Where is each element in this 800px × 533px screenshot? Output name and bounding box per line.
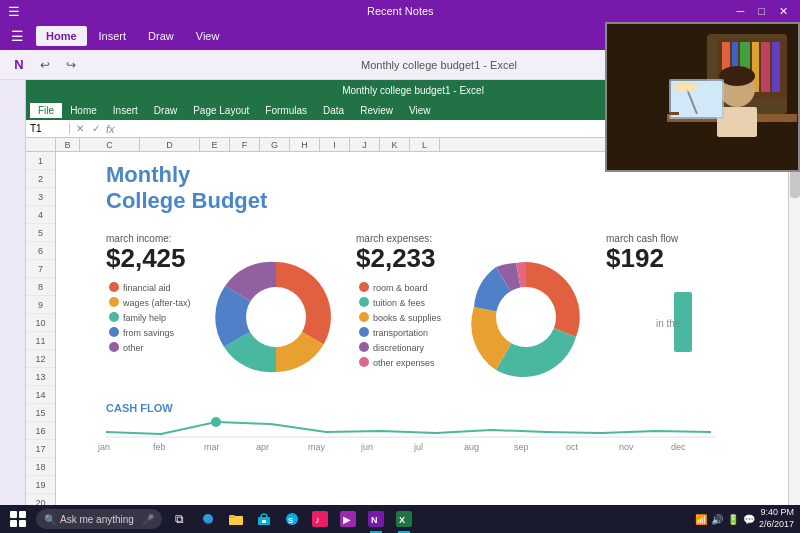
svg-text:jun: jun <box>360 442 373 452</box>
vertical-scroll-thumb[interactable] <box>790 168 800 198</box>
svg-text:S: S <box>288 516 294 525</box>
svg-text:nov: nov <box>619 442 634 452</box>
onenote-sidebar <box>0 80 26 505</box>
sheet-content[interactable]: Monthly College Budget march income: $2,… <box>56 152 788 505</box>
row-numbers: 1 2 3 4 5 6 7 8 9 10 11 12 13 14 15 16 1 <box>26 152 56 505</box>
network-icon: 📶 <box>695 514 707 525</box>
row-10: 10 <box>26 314 55 332</box>
maximize-btn[interactable]: □ <box>754 5 769 18</box>
svg-point-21 <box>359 312 369 322</box>
col-header-j: J <box>350 138 380 151</box>
svg-point-27 <box>359 357 369 367</box>
taskbar-explorer[interactable] <box>222 505 250 533</box>
budget-svg: Monthly College Budget march income: $2,… <box>56 152 756 505</box>
music-icon: ♪ <box>312 511 328 527</box>
excel-tab-insert[interactable]: Insert <box>105 103 146 118</box>
svg-point-60 <box>719 66 755 86</box>
svg-text:College Budget: College Budget <box>106 188 268 213</box>
onenote-tab-insert[interactable]: Insert <box>89 26 137 46</box>
photo-panel <box>605 22 800 172</box>
col-header-k: K <box>380 138 410 151</box>
edge-icon <box>200 511 216 527</box>
taskbar-skype[interactable]: S <box>278 505 306 533</box>
taskbar-cortana[interactable]: ⧉ <box>166 505 194 533</box>
onenote-titlebar: ☰ Recent Notes ─ □ ✕ <box>0 0 800 22</box>
onenote-logo-btn[interactable]: N <box>8 54 30 76</box>
svg-point-12 <box>109 342 119 352</box>
taskbar-search-icon: 🔍 <box>44 514 56 525</box>
col-header-c: C <box>80 138 140 151</box>
svg-rect-57 <box>772 42 780 92</box>
cell-reference[interactable]: T1 <box>30 123 70 134</box>
excel-tab-view[interactable]: View <box>401 103 439 118</box>
notification-icon[interactable]: 💬 <box>743 514 755 525</box>
svg-text:other expenses: other expenses <box>373 358 435 368</box>
svg-text:may: may <box>308 442 326 452</box>
window-controls[interactable]: ─ □ ✕ <box>733 5 792 18</box>
svg-text:in the: in the <box>656 318 681 329</box>
check-icon: ✓ <box>92 123 100 134</box>
row-19: 19 <box>26 476 55 494</box>
start-button[interactable] <box>0 505 36 533</box>
excel-tab-data[interactable]: Data <box>315 103 352 118</box>
taskbar-search[interactable]: 🔍 Ask me anything 🎤 <box>36 509 162 529</box>
svg-rect-56 <box>761 42 770 92</box>
excel-tab-home[interactable]: Home <box>62 103 105 118</box>
photo-svg <box>607 24 800 172</box>
svg-text:room & board: room & board <box>373 283 428 293</box>
undo-btn[interactable]: ↩ <box>34 54 56 76</box>
spreadsheet-area: 1 2 3 4 5 6 7 8 9 10 11 12 13 14 15 16 1 <box>26 152 800 505</box>
times-icon: ✕ <box>76 123 84 134</box>
taskbar-excel[interactable]: X <box>390 505 418 533</box>
excel-tab-draw[interactable]: Draw <box>146 103 185 118</box>
clock[interactable]: 9:40 PM 2/6/2017 <box>759 507 794 530</box>
taskbar-music[interactable]: ♪ <box>306 505 334 533</box>
svg-point-36 <box>211 417 221 427</box>
row-col-corner <box>26 138 56 151</box>
row-11: 11 <box>26 332 55 350</box>
row-7: 7 <box>26 260 55 278</box>
svg-text:family help: family help <box>123 313 166 323</box>
taskbar-edge[interactable] <box>194 505 222 533</box>
excel-tab-review[interactable]: Review <box>352 103 401 118</box>
volume-icon: 🔊 <box>711 514 723 525</box>
onenote-tab-view[interactable]: View <box>186 26 230 46</box>
svg-point-6 <box>109 297 119 307</box>
close-btn[interactable]: ✕ <box>775 5 792 18</box>
row-9: 9 <box>26 296 55 314</box>
svg-text:other: other <box>123 343 144 353</box>
svg-text:$2,233: $2,233 <box>356 243 436 273</box>
onenote-taskbar-icon: N <box>368 511 384 527</box>
svg-text:discretionary: discretionary <box>373 343 425 353</box>
svg-text:apr: apr <box>256 442 269 452</box>
col-header-g: G <box>260 138 290 151</box>
taskbar-onenote[interactable]: N <box>362 505 390 533</box>
onenote-tab-home[interactable]: Home <box>36 26 87 46</box>
excel-tab-pagelayout[interactable]: Page Layout <box>185 103 257 118</box>
redo-btn[interactable]: ↪ <box>60 54 82 76</box>
svg-text:sep: sep <box>514 442 529 452</box>
row-18: 18 <box>26 458 55 476</box>
svg-text:N: N <box>371 515 378 525</box>
svg-text:wages (after-tax): wages (after-tax) <box>122 298 191 308</box>
excel-tab-formulas[interactable]: Formulas <box>257 103 315 118</box>
vertical-scrollbar[interactable]: ▲ ▼ <box>788 152 800 505</box>
row-16: 16 <box>26 422 55 440</box>
svg-text:$2,425: $2,425 <box>106 243 186 273</box>
svg-point-23 <box>359 327 369 337</box>
svg-text:oct: oct <box>566 442 579 452</box>
video-icon: ▶ <box>340 511 356 527</box>
system-tray: 📶 🔊 🔋 💬 9:40 PM 2/6/2017 <box>695 507 800 530</box>
hamburger-icon[interactable]: ☰ <box>6 25 28 47</box>
minimize-btn[interactable]: ─ <box>733 5 749 18</box>
taskbar-store[interactable] <box>250 505 278 533</box>
svg-text:X: X <box>399 515 405 525</box>
microphone-icon: 🎤 <box>142 514 154 525</box>
svg-point-25 <box>359 342 369 352</box>
taskbar-video[interactable]: ▶ <box>334 505 362 533</box>
svg-text:♪: ♪ <box>315 514 320 525</box>
svg-rect-70 <box>262 520 266 523</box>
onenote-tab-draw[interactable]: Draw <box>138 26 184 46</box>
excel-tab-file[interactable]: File <box>30 103 62 118</box>
col-header-e: E <box>200 138 230 151</box>
